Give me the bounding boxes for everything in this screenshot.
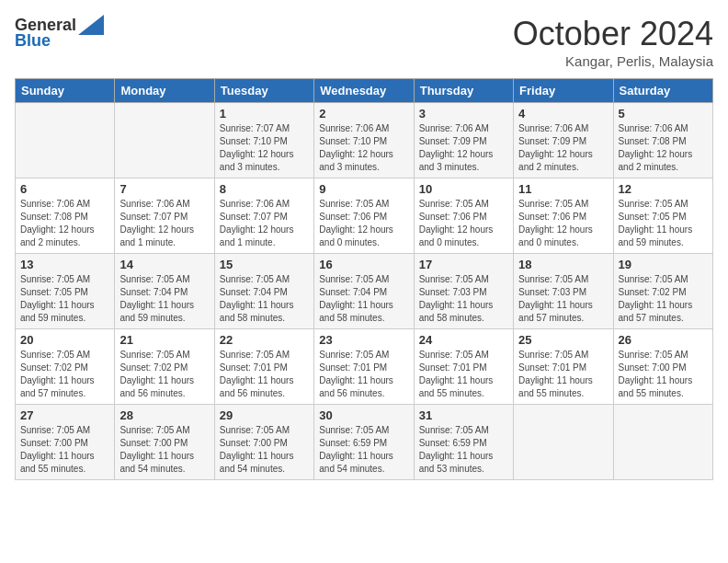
calendar-cell: 7Sunrise: 7:06 AM Sunset: 7:07 PM Daylig…	[115, 178, 214, 254]
calendar-cell: 1Sunrise: 7:07 AM Sunset: 7:10 PM Daylig…	[214, 103, 313, 178]
day-header-sunday: Sunday	[16, 79, 115, 103]
calendar-cell: 12Sunrise: 7:05 AM Sunset: 7:05 PM Dayli…	[613, 178, 712, 254]
title-block: October 2024 Kangar, Perlis, Malaysia	[513, 15, 713, 69]
cell-content: Sunrise: 7:05 AM Sunset: 7:06 PM Dayligh…	[518, 198, 608, 249]
day-number: 15	[220, 258, 309, 271]
day-number: 6	[20, 182, 109, 196]
cell-content: Sunrise: 7:06 AM Sunset: 7:07 PM Dayligh…	[119, 198, 209, 249]
calendar-cell: 26Sunrise: 7:05 AM Sunset: 7:00 PM Dayli…	[613, 329, 712, 405]
calendar-cell: 21Sunrise: 7:05 AM Sunset: 7:02 PM Dayli…	[115, 329, 214, 405]
cell-content: Sunrise: 7:05 AM Sunset: 7:04 PM Dayligh…	[220, 273, 309, 325]
cell-content: Sunrise: 7:05 AM Sunset: 7:01 PM Dayligh…	[220, 349, 309, 400]
day-header-monday: Monday	[115, 79, 214, 103]
calendar-week-row: 13Sunrise: 7:05 AM Sunset: 7:05 PM Dayli…	[16, 254, 713, 329]
month-title: October 2024	[513, 15, 713, 53]
cell-content: Sunrise: 7:05 AM Sunset: 7:01 PM Dayligh…	[518, 349, 608, 400]
calendar-cell: 16Sunrise: 7:05 AM Sunset: 7:04 PM Dayli…	[314, 254, 414, 329]
calendar-cell: 3Sunrise: 7:06 AM Sunset: 7:09 PM Daylig…	[414, 103, 513, 178]
calendar-cell	[16, 103, 115, 178]
day-number: 7	[119, 182, 209, 196]
day-number: 22	[220, 333, 309, 347]
calendar-cell: 4Sunrise: 7:06 AM Sunset: 7:09 PM Daylig…	[514, 103, 613, 178]
cell-content: Sunrise: 7:07 AM Sunset: 7:10 PM Dayligh…	[220, 122, 309, 174]
calendar-cell: 22Sunrise: 7:05 AM Sunset: 7:01 PM Dayli…	[214, 329, 313, 405]
calendar-cell: 10Sunrise: 7:05 AM Sunset: 7:06 PM Dayli…	[414, 178, 513, 254]
day-number: 10	[419, 182, 508, 196]
day-number: 29	[220, 408, 309, 422]
calendar-cell: 23Sunrise: 7:05 AM Sunset: 7:01 PM Dayli…	[314, 329, 414, 405]
cell-content: Sunrise: 7:05 AM Sunset: 6:59 PM Dayligh…	[419, 424, 508, 476]
cell-content: Sunrise: 7:06 AM Sunset: 7:07 PM Dayligh…	[220, 198, 309, 249]
calendar-cell: 25Sunrise: 7:05 AM Sunset: 7:01 PM Dayli…	[514, 329, 613, 405]
calendar-cell	[613, 405, 712, 480]
day-number: 8	[220, 182, 309, 196]
calendar-cell: 18Sunrise: 7:05 AM Sunset: 7:03 PM Dayli…	[514, 254, 613, 329]
day-number: 13	[20, 258, 109, 271]
calendar-table: SundayMondayTuesdayWednesdayThursdayFrid…	[15, 78, 713, 480]
calendar-cell: 15Sunrise: 7:05 AM Sunset: 7:04 PM Dayli…	[214, 254, 313, 329]
calendar-header-row: SundayMondayTuesdayWednesdayThursdayFrid…	[16, 79, 713, 103]
cell-content: Sunrise: 7:05 AM Sunset: 7:02 PM Dayligh…	[119, 349, 209, 400]
calendar-cell	[115, 103, 214, 178]
calendar-cell: 17Sunrise: 7:05 AM Sunset: 7:03 PM Dayli…	[414, 254, 513, 329]
calendar-cell: 28Sunrise: 7:05 AM Sunset: 7:00 PM Dayli…	[115, 405, 214, 480]
calendar-cell: 29Sunrise: 7:05 AM Sunset: 7:00 PM Dayli…	[214, 405, 313, 480]
cell-content: Sunrise: 7:05 AM Sunset: 7:00 PM Dayligh…	[619, 349, 708, 400]
cell-content: Sunrise: 7:06 AM Sunset: 7:09 PM Dayligh…	[518, 122, 608, 174]
calendar-cell: 31Sunrise: 7:05 AM Sunset: 6:59 PM Dayli…	[414, 405, 513, 480]
calendar-cell: 2Sunrise: 7:06 AM Sunset: 7:10 PM Daylig…	[314, 103, 414, 178]
cell-content: Sunrise: 7:05 AM Sunset: 7:03 PM Dayligh…	[419, 273, 508, 325]
calendar-week-row: 1Sunrise: 7:07 AM Sunset: 7:10 PM Daylig…	[16, 103, 713, 178]
cell-content: Sunrise: 7:05 AM Sunset: 7:00 PM Dayligh…	[220, 424, 309, 476]
day-number: 14	[119, 258, 209, 271]
day-number: 31	[419, 408, 508, 422]
cell-content: Sunrise: 7:05 AM Sunset: 7:06 PM Dayligh…	[319, 198, 408, 249]
cell-content: Sunrise: 7:05 AM Sunset: 7:04 PM Dayligh…	[319, 273, 408, 325]
calendar-cell: 30Sunrise: 7:05 AM Sunset: 6:59 PM Dayli…	[314, 405, 414, 480]
day-number: 12	[619, 182, 708, 196]
day-number: 28	[119, 408, 209, 422]
calendar-cell: 11Sunrise: 7:05 AM Sunset: 7:06 PM Dayli…	[514, 178, 613, 254]
calendar-week-row: 20Sunrise: 7:05 AM Sunset: 7:02 PM Dayli…	[16, 329, 713, 405]
cell-content: Sunrise: 7:06 AM Sunset: 7:08 PM Dayligh…	[619, 122, 708, 174]
day-header-thursday: Thursday	[414, 79, 513, 103]
cell-content: Sunrise: 7:05 AM Sunset: 7:04 PM Dayligh…	[119, 273, 209, 325]
calendar-week-row: 6Sunrise: 7:06 AM Sunset: 7:08 PM Daylig…	[16, 178, 713, 254]
page-header: General Blue October 2024 Kangar, Perlis…	[15, 15, 713, 69]
calendar-cell: 24Sunrise: 7:05 AM Sunset: 7:01 PM Dayli…	[414, 329, 513, 405]
day-number: 16	[319, 258, 408, 271]
cell-content: Sunrise: 7:05 AM Sunset: 7:00 PM Dayligh…	[20, 424, 109, 476]
calendar-cell: 13Sunrise: 7:05 AM Sunset: 7:05 PM Dayli…	[16, 254, 115, 329]
cell-content: Sunrise: 7:06 AM Sunset: 7:09 PM Dayligh…	[419, 122, 508, 174]
day-header-tuesday: Tuesday	[214, 79, 313, 103]
day-header-friday: Friday	[514, 79, 613, 103]
day-number: 3	[419, 107, 508, 121]
cell-content: Sunrise: 7:05 AM Sunset: 7:03 PM Dayligh…	[518, 273, 608, 325]
day-number: 21	[119, 333, 209, 347]
day-number: 9	[319, 182, 408, 196]
svg-marker-0	[78, 15, 104, 35]
calendar-cell: 19Sunrise: 7:05 AM Sunset: 7:02 PM Dayli…	[613, 254, 712, 329]
day-number: 18	[518, 258, 608, 271]
calendar-cell: 20Sunrise: 7:05 AM Sunset: 7:02 PM Dayli…	[16, 329, 115, 405]
logo-blue: Blue	[15, 31, 51, 50]
calendar-cell: 9Sunrise: 7:05 AM Sunset: 7:06 PM Daylig…	[314, 178, 414, 254]
day-number: 2	[319, 107, 408, 121]
day-number: 4	[518, 107, 608, 121]
location: Kangar, Perlis, Malaysia	[513, 53, 713, 69]
cell-content: Sunrise: 7:05 AM Sunset: 7:02 PM Dayligh…	[619, 273, 708, 325]
cell-content: Sunrise: 7:05 AM Sunset: 6:59 PM Dayligh…	[319, 424, 408, 476]
day-number: 30	[319, 408, 408, 422]
calendar-cell: 8Sunrise: 7:06 AM Sunset: 7:07 PM Daylig…	[214, 178, 313, 254]
day-header-wednesday: Wednesday	[314, 79, 414, 103]
day-number: 17	[419, 258, 508, 271]
calendar-cell	[514, 405, 613, 480]
day-header-saturday: Saturday	[613, 79, 712, 103]
cell-content: Sunrise: 7:05 AM Sunset: 7:01 PM Dayligh…	[319, 349, 408, 400]
calendar-cell: 5Sunrise: 7:06 AM Sunset: 7:08 PM Daylig…	[613, 103, 712, 178]
day-number: 1	[220, 107, 309, 121]
cell-content: Sunrise: 7:06 AM Sunset: 7:10 PM Dayligh…	[319, 122, 408, 174]
calendar-cell: 14Sunrise: 7:05 AM Sunset: 7:04 PM Dayli…	[115, 254, 214, 329]
cell-content: Sunrise: 7:05 AM Sunset: 7:01 PM Dayligh…	[419, 349, 508, 400]
cell-content: Sunrise: 7:05 AM Sunset: 7:00 PM Dayligh…	[119, 424, 209, 476]
